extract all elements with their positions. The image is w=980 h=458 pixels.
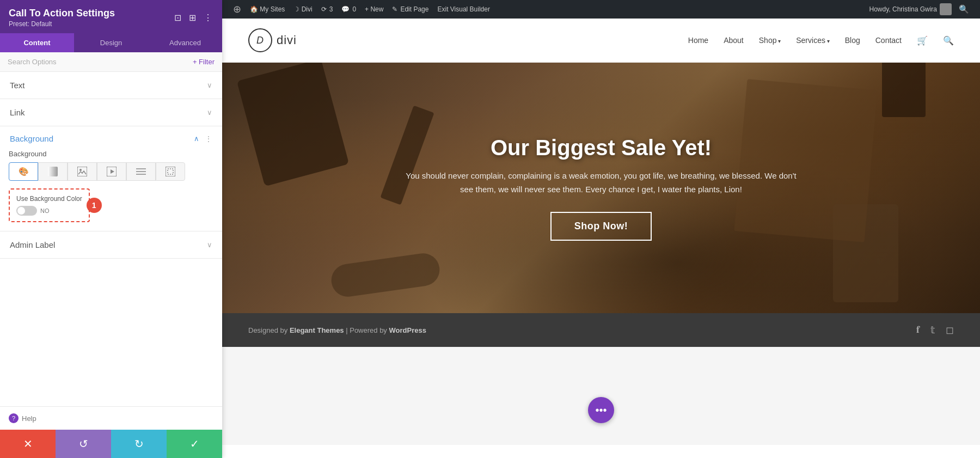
footer-social: 𝐟 𝕥 ◻: [916, 324, 954, 336]
site-preview: ⊕ 🏠 My Sites ☽ Divi ⟳ 3 💬 0 + New ✎ Edit…: [222, 0, 980, 458]
nav-about[interactable]: About: [724, 36, 744, 45]
nav-blog[interactable]: Blog: [845, 36, 860, 45]
tab-design[interactable]: Design: [74, 33, 148, 52]
facebook-icon[interactable]: 𝐟: [916, 324, 920, 336]
exit-builder-label: Exit Visual Builder: [437, 5, 490, 13]
bg-type-mask-btn[interactable]: [156, 162, 185, 181]
bg-type-video-btn[interactable]: [97, 162, 126, 181]
user-greeting-text: Howdy, Christina Gwira: [869, 5, 937, 13]
settings-panel: Call To Action Settings Preset: Default …: [0, 0, 222, 458]
svg-marker-4: [111, 169, 114, 174]
background-section-content: Background 🎨: [0, 150, 222, 231]
svg-rect-8: [166, 167, 175, 176]
update-icon: ⟳: [321, 5, 327, 13]
search-options-bar: Search Options + Filter: [0, 52, 222, 72]
nav-services[interactable]: Services: [796, 36, 829, 45]
svg-point-2: [79, 169, 82, 171]
accordion-admin-label: Admin Label ∨: [0, 231, 222, 259]
cart-icon[interactable]: 🛒: [917, 35, 928, 46]
nav-contact[interactable]: Contact: [875, 36, 902, 45]
wp-admin-bar: ⊕ 🏠 My Sites ☽ Divi ⟳ 3 💬 0 + New ✎ Edit…: [222, 0, 980, 19]
admin-label-header[interactable]: Admin Label ∨: [0, 231, 222, 258]
twitter-icon[interactable]: 𝕥: [930, 324, 935, 336]
help-icon: ?: [9, 413, 19, 423]
more-options-icon[interactable]: ⋮: [203, 11, 213, 24]
undo-button[interactable]: ↺: [56, 430, 111, 458]
hero-content: Our Biggest Sale Yet! You should never c…: [392, 136, 810, 241]
comment-count: 0: [352, 5, 356, 13]
filter-button[interactable]: + Filter: [193, 58, 215, 66]
background-more-icon[interactable]: ⋮: [205, 135, 212, 143]
toggle-no-row: NO: [16, 206, 82, 216]
footer-credit: Designed by Elegant Themes | Powered by …: [248, 326, 426, 334]
svg-rect-0: [48, 167, 58, 176]
site-content: D divi Home About Shop Services Blog Con…: [222, 19, 980, 458]
panel-body: Text ∨ Link ∨ Background ∧ ⋮: [0, 72, 222, 406]
footer-brand1: Elegant Themes: [290, 326, 344, 334]
save-button[interactable]: ✓: [167, 430, 222, 458]
search-options-label: Search Options: [8, 58, 57, 66]
footer-brand2: WordPress: [389, 326, 426, 334]
accordion-link: Link ∨: [0, 99, 222, 126]
background-accordion-header[interactable]: Background ∧ ⋮: [0, 126, 222, 148]
bg-type-image-btn[interactable]: [68, 162, 97, 181]
update-count: 3: [329, 5, 333, 13]
accordion-text: Text ∨: [0, 72, 222, 99]
link-chevron-icon: ∨: [207, 108, 212, 117]
link-accordion-header[interactable]: Link ∨: [0, 99, 222, 126]
edit-page-label: Edit Page: [400, 5, 428, 13]
floating-dots-button[interactable]: •••: [588, 397, 614, 423]
panel-title: Call To Action Settings: [9, 8, 115, 19]
new-item[interactable]: + New: [360, 0, 388, 19]
nav-home[interactable]: Home: [688, 36, 708, 45]
nav-search-icon[interactable]: 🔍: [943, 35, 954, 46]
hero-title: Our Biggest Sale Yet!: [405, 136, 797, 160]
cancel-button[interactable]: ✕: [0, 430, 56, 458]
my-sites-item[interactable]: 🏠 My Sites: [246, 0, 289, 19]
use-bg-color-box: Use Background Color NO: [9, 188, 90, 222]
text-accordion-header[interactable]: Text ∨: [0, 72, 222, 99]
comment-count-item[interactable]: 💬 0: [337, 0, 360, 19]
edit-page-item[interactable]: ✎ Edit Page: [388, 0, 433, 19]
panel-footer: ✕ ↺ ↻ ✓: [0, 430, 222, 458]
user-greeting[interactable]: Howdy, Christina Gwira 🔍: [865, 0, 973, 19]
my-sites-label: 🏠 My Sites: [250, 5, 285, 13]
user-avatar: [940, 3, 952, 15]
hero-section: Our Biggest Sale Yet! You should never c…: [222, 63, 980, 313]
wp-logo-icon: ⊕: [233, 3, 241, 15]
text-chevron-icon: ∨: [207, 81, 212, 89]
panel-header-left: Call To Action Settings Preset: Default: [9, 8, 115, 28]
text-section-label: Text: [10, 81, 25, 90]
bg-type-pattern-btn[interactable]: [126, 162, 156, 181]
minimize-icon[interactable]: ⊡: [173, 11, 182, 24]
instagram-icon[interactable]: ◻: [946, 324, 954, 336]
toggle-no-text: NO: [40, 207, 50, 214]
logo-text: divi: [277, 33, 297, 47]
wp-logo-item[interactable]: ⊕: [229, 0, 246, 19]
exit-builder-item[interactable]: Exit Visual Builder: [433, 0, 494, 19]
tab-advanced[interactable]: Advanced: [148, 33, 222, 52]
bg-type-gradient-btn[interactable]: [38, 162, 68, 181]
logo-icon: D: [248, 28, 272, 52]
search-icon[interactable]: 🔍: [959, 4, 969, 14]
link-section-label: Link: [10, 108, 25, 117]
background-label: Background: [9, 150, 213, 158]
update-count-item[interactable]: ⟳ 3: [317, 0, 338, 19]
expand-icon[interactable]: ⊞: [188, 11, 197, 24]
divi-label: ☽ Divi: [293, 5, 312, 13]
svg-rect-9: [168, 169, 173, 174]
redo-button[interactable]: ↻: [111, 430, 167, 458]
panel-tabs: Content Design Advanced: [0, 33, 222, 52]
divi-item[interactable]: ☽ Divi: [289, 0, 316, 19]
help-row[interactable]: ? Help: [0, 406, 222, 430]
nav-shop[interactable]: Shop: [759, 36, 781, 45]
bg-type-color-btn[interactable]: 🎨: [9, 162, 38, 181]
shop-now-button[interactable]: Shop Now!: [550, 212, 652, 241]
accordion-background: Background ∧ ⋮ Background 🎨: [0, 126, 222, 231]
tab-content[interactable]: Content: [0, 33, 74, 52]
bg-color-toggle[interactable]: [16, 206, 37, 216]
use-bg-color-label: Use Background Color: [16, 195, 82, 203]
edit-icon: ✎: [392, 5, 397, 13]
bg-header-right: ∧ ⋮: [194, 135, 212, 143]
admin-label-chevron-icon: ∨: [207, 241, 212, 249]
